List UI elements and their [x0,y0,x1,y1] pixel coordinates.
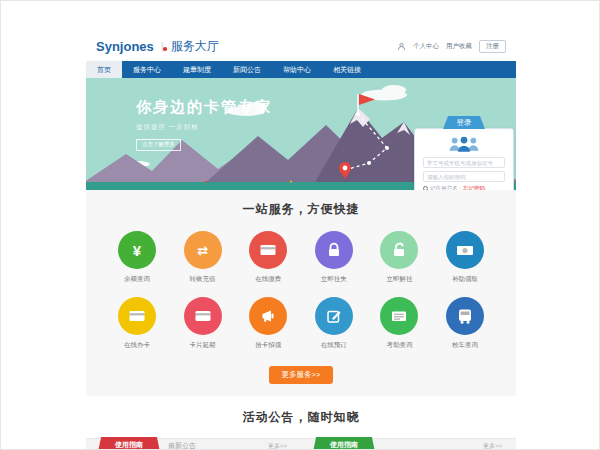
site-name: 服务大厅 [171,38,219,55]
banner-title: 你身边的卡管专家 [136,98,272,117]
service-item-apply-card[interactable]: 在线办卡 [106,297,168,350]
service-item-attendance[interactable]: 考勤查询 [368,297,430,350]
users-group-icon [447,134,481,154]
bank-card-icon [184,297,222,335]
more-services-button[interactable]: 更多服务>> [269,366,334,384]
announcement-panel-right: 使用指南 更多>> [301,439,516,450]
edit-icon [315,297,353,335]
unlock-icon [380,231,418,269]
more-link-right[interactable]: 更多>> [483,442,502,450]
bus-icon [446,297,484,335]
banner-subtitle: 提供捷径 一步到校 [136,123,272,132]
nav-item-home[interactable]: 首页 [86,61,122,78]
services-row-2: 在线办卡 卡片延期 拾卡招领 在线预订 [106,297,496,350]
announcements-title: 活动公告，随时知晓 [86,409,516,426]
yen-icon: ¥ [118,231,156,269]
tab-latest-announcements[interactable]: 最新公告 [168,441,196,450]
services-row-1: ¥ 余额查询 ⇄ 转账充值 在线缴费 立即挂失 [106,231,496,284]
attendance-icon [380,297,418,335]
service-item-online-booking[interactable]: 在线预订 [303,297,365,350]
services-title: 一站服务，方便快捷 [106,201,496,218]
bank-card-icon [249,231,287,269]
service-item-lost-found[interactable]: 拾卡招领 [237,297,299,350]
transfer-icon: ⇄ [184,231,222,269]
remember-label: 记住用户名 [430,185,458,190]
personal-center-link[interactable]: 个人中心 [413,42,439,51]
nav-item-rules[interactable]: 规章制度 [172,61,222,78]
nav-item-service-center[interactable]: 服务中心 [122,61,172,78]
announcements-section: 活动公告，随时知晓 [86,396,516,438]
service-label: 立即解挂 [386,275,412,284]
service-label: 在线办卡 [124,341,150,350]
more-link-left[interactable]: 更多>> [268,442,287,450]
username-input[interactable] [423,157,505,168]
service-item-card-extension[interactable]: 卡片延期 [172,297,234,350]
service-label: 转账充值 [190,275,216,284]
tab-usage-guide-left[interactable]: 使用指南 [98,437,160,450]
service-label: 在线预订 [321,341,347,350]
service-label: 在线缴费 [255,275,281,284]
service-label: 考勤查询 [386,341,412,350]
announcement-panel-left: 使用指南 最新公告 更多>> [86,439,301,450]
bank-card-icon [118,297,156,335]
service-label: 余额查询 [124,275,150,284]
service-label: 补助领取 [452,275,478,284]
service-item-subsidy[interactable]: 补助领取 [434,231,496,284]
register-button[interactable]: 注册 [479,40,506,53]
lock-icon [315,231,353,269]
nav-item-links[interactable]: 相关链接 [322,61,372,78]
service-label: 立即挂失 [321,275,347,284]
screenshot-frame: Synjones | 服务大厅 个人中心 用户收藏 注册 首页 服务中心 规章制… [0,0,600,450]
service-item-online-payment[interactable]: 在线缴费 [237,231,299,284]
megaphone-icon [249,297,287,335]
nav-item-news[interactable]: 新闻公告 [222,61,272,78]
remember-checkbox[interactable] [423,186,428,190]
main-nav: 首页 服务中心 规章制度 新闻公告 帮助中心 相关链接 [86,61,516,78]
forgot-password-link[interactable]: 忘记密码 [463,185,485,190]
password-input[interactable] [423,171,505,182]
service-label: 拾卡招领 [255,341,281,350]
services-section: 一站服务，方便快捷 ¥ 余额查询 ⇄ 转账充值 在线缴费 立即挂失 [86,190,516,396]
header: Synjones | 服务大厅 个人中心 用户收藏 注册 [86,31,516,61]
synjones-logo[interactable]: Synjones [96,39,154,54]
service-label: 卡片延期 [190,341,216,350]
tab-usage-guide-right[interactable]: 使用指南 [313,437,375,450]
user-icon [397,42,406,51]
service-label: 校车查询 [452,341,478,350]
user-favorites-link[interactable]: 用户收藏 [446,42,472,51]
service-item-transfer[interactable]: ⇄ 转账充值 [172,231,234,284]
banner-cta-button[interactable]: 点击了解更多 [136,139,181,151]
nav-item-help-center[interactable]: 帮助中心 [272,61,322,78]
login-tab[interactable]: 登录 [443,116,485,129]
banknote-icon [446,231,484,269]
service-item-unfreeze[interactable]: 立即解挂 [368,231,430,284]
announcement-tabs-bar: 使用指南 最新公告 更多>> 使用指南 更多>> [86,438,516,450]
service-item-report-loss[interactable]: 立即挂失 [303,231,365,284]
hero-banner: 你身边的卡管专家 提供捷径 一步到校 点击了解更多 登录 记住用户名 | 忘记密… [86,78,516,190]
logo-red-dot-icon [163,47,167,51]
login-panel: 登录 记住用户名 | 忘记密码 cyp 换一张 登录 [414,128,514,190]
site-page: Synjones | 服务大厅 个人中心 用户收藏 注册 首页 服务中心 规章制… [86,31,516,450]
service-item-balance[interactable]: ¥ 余额查询 [106,231,168,284]
service-item-school-bus[interactable]: 校车查询 [434,297,496,350]
